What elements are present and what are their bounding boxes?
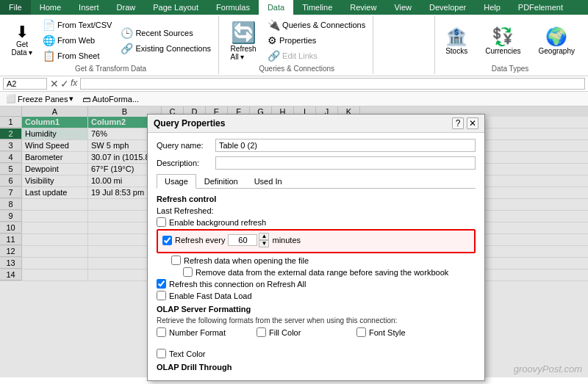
remove-data-checkbox[interactable] <box>183 267 193 277</box>
font-style-checkbox[interactable] <box>356 327 366 337</box>
confirm-formula-icon[interactable]: ✓ <box>60 78 69 90</box>
remove-data-row: Remove data from the external data range… <box>183 267 476 277</box>
refresh-every-input[interactable] <box>228 234 257 246</box>
properties-button[interactable]: ⚙ Properties <box>265 33 368 48</box>
geography-label: Geography <box>539 47 575 55</box>
text-color-label: Text Color <box>169 349 206 358</box>
dialog-close-button[interactable]: ✕ <box>467 117 478 129</box>
query-name-input[interactable] <box>215 139 476 152</box>
refresh-on-open-label: Refresh data when opening the file <box>184 256 309 265</box>
tab-definition[interactable]: Definition <box>196 174 246 189</box>
tab-view[interactable]: View <box>385 0 420 15</box>
spin-down-button[interactable]: ▼ <box>259 240 269 247</box>
refresh-every-row: Refresh every ▲ ▼ minutes <box>162 233 470 247</box>
dialog-titlebar: Query Properties ? ✕ <box>148 115 484 133</box>
enable-fast-load-label: Enable Fast Data Load <box>169 291 252 300</box>
cancel-formula-icon[interactable]: ✕ <box>50 78 59 90</box>
dialog-help-button[interactable]: ? <box>452 117 464 129</box>
refresh-on-all-row: Refresh this connection on Refresh All <box>157 279 476 289</box>
currencies-button[interactable]: 💱 Currencies <box>479 23 526 58</box>
remove-data-label: Remove data from the external data range… <box>196 268 448 277</box>
refresh-on-all-label: Refresh this connection on Refresh All <box>169 280 306 289</box>
geography-button[interactable]: 🌍 Geography <box>533 23 581 58</box>
font-style-label: Font Style <box>369 328 406 337</box>
ribbon-content: ⬇ GetData ▾ 📄 From Text/CSV 🌐 From Web 📋… <box>0 15 588 76</box>
enable-bg-refresh-checkbox[interactable] <box>157 217 166 227</box>
spin-up-button[interactable]: ▲ <box>259 233 269 240</box>
number-format-item: Number Format <box>157 327 245 337</box>
description-input[interactable] <box>215 156 476 170</box>
tab-used-in[interactable]: Used In <box>246 174 290 189</box>
existing-connections-icon: 🔗 <box>121 43 133 54</box>
recent-existing-col: 🕒 Recent Sources 🔗 Existing Connections <box>118 26 214 56</box>
formula-input[interactable] <box>80 78 585 90</box>
freeze-panes-button[interactable]: ⬜ Freeze Panes ▾ <box>3 93 76 104</box>
tab-draw[interactable]: Draw <box>108 0 145 15</box>
tab-review[interactable]: Review <box>341 0 385 15</box>
refresh-all-label: RefreshAll ▾ <box>231 45 257 61</box>
properties-label: Properties <box>279 36 316 45</box>
last-refreshed-label: Last Refreshed: <box>157 206 214 215</box>
tab-home[interactable]: Home <box>31 0 70 15</box>
recent-sources-button[interactable]: 🕒 Recent Sources <box>118 26 214 40</box>
number-format-label: Number Format <box>169 328 226 337</box>
fill-color-label: Fill Color <box>269 328 301 337</box>
query-properties-dialog: Query Properties ? ✕ Query name: Descrip… <box>147 114 485 381</box>
autoformat-icon: 🗃 <box>82 95 90 104</box>
enable-fast-load-checkbox[interactable] <box>157 291 166 300</box>
tab-timeline[interactable]: Timeline <box>293 0 341 15</box>
data-types-buttons: 🏦 Stocks 💱 Currencies 🌍 Geography <box>440 18 581 63</box>
tab-pagelayout[interactable]: Page Layout <box>144 0 207 15</box>
refresh-every-checkbox[interactable] <box>162 236 172 245</box>
tab-formulas[interactable]: Formulas <box>207 0 259 15</box>
dialog-body: Query name: Description: Usage Definitio… <box>148 133 484 380</box>
refresh-all-button[interactable]: 🔄 RefreshAll ▾ <box>225 21 262 61</box>
number-format-checkbox[interactable] <box>157 327 166 337</box>
tab-insert[interactable]: Insert <box>70 0 108 15</box>
formula-bar: ✕ ✓ fx <box>0 76 588 92</box>
olap-description: Retrieve the following formats from the … <box>157 316 476 325</box>
tab-developer[interactable]: Developer <box>420 0 475 15</box>
from-textcsv-button[interactable]: 📄 From Text/CSV <box>40 18 115 32</box>
from-textcsv-label: From Text/CSV <box>57 21 112 29</box>
insert-function-icon[interactable]: fx <box>71 78 77 90</box>
group-data-types: 🏦 Stocks 💱 Currencies 🌍 Geography Data T… <box>434 16 585 74</box>
tab-file[interactable]: File <box>0 0 31 15</box>
geography-icon: 🌍 <box>545 26 567 47</box>
from-web-button[interactable]: 🌐 From Web <box>40 33 115 48</box>
spin-buttons: ▲ ▼ <box>259 233 269 247</box>
edit-links-button[interactable]: 🔗 Edit Links <box>265 48 368 63</box>
queries-buttons: 🔄 RefreshAll ▾ 🔌 Queries & Connections ⚙… <box>225 18 368 63</box>
freeze-panes-dropdown: ▾ <box>69 94 74 104</box>
tab-pdfelement[interactable]: PDFelement <box>509 0 572 15</box>
edit-links-icon: 🔗 <box>268 50 280 62</box>
from-sheet-button[interactable]: 📋 From Sheet <box>40 48 115 63</box>
currencies-icon: 💱 <box>492 26 514 47</box>
from-buttons-col: 📄 From Text/CSV 🌐 From Web 📋 From Sheet <box>40 18 115 63</box>
query-name-label: Query name: <box>157 141 215 150</box>
spin-group: ▲ ▼ <box>228 233 269 247</box>
get-data-button[interactable]: ⬇ GetData ▾ <box>7 23 37 58</box>
queries-connections-button[interactable]: 🔌 Queries & Connections <box>265 18 368 32</box>
tab-usage[interactable]: Usage <box>157 174 196 189</box>
queries-group-label: Queries & Connections <box>259 63 334 73</box>
text-color-item: Text Color <box>157 349 245 358</box>
fill-color-checkbox[interactable] <box>257 327 266 337</box>
existing-connections-button[interactable]: 🔗 Existing Connections <box>118 41 214 56</box>
tab-data[interactable]: Data <box>259 0 293 15</box>
stocks-label: Stocks <box>445 47 467 55</box>
stocks-icon: 🏦 <box>445 26 467 47</box>
refresh-on-all-checkbox[interactable] <box>157 279 166 289</box>
refresh-on-open-checkbox[interactable] <box>171 256 181 265</box>
group-queries: 🔄 RefreshAll ▾ 🔌 Queries & Connections ⚙… <box>220 16 373 74</box>
from-web-label: From Web <box>57 36 95 45</box>
autoformat-button[interactable]: 🗃 AutoForma... <box>79 94 142 104</box>
olap-section: OLAP Server Formatting Retrieve the foll… <box>157 305 476 372</box>
name-box[interactable] <box>3 78 47 90</box>
ribbon: File Home Insert Draw Page Layout Formul… <box>0 0 588 76</box>
tab-help[interactable]: Help <box>475 0 509 15</box>
dialog-overlay[interactable]: Query Properties ? ✕ Query name: Descrip… <box>0 106 588 377</box>
refresh-every-highlight: Refresh every ▲ ▼ minutes <box>157 229 476 253</box>
text-color-checkbox[interactable] <box>157 349 166 358</box>
stocks-button[interactable]: 🏦 Stocks <box>440 23 473 58</box>
